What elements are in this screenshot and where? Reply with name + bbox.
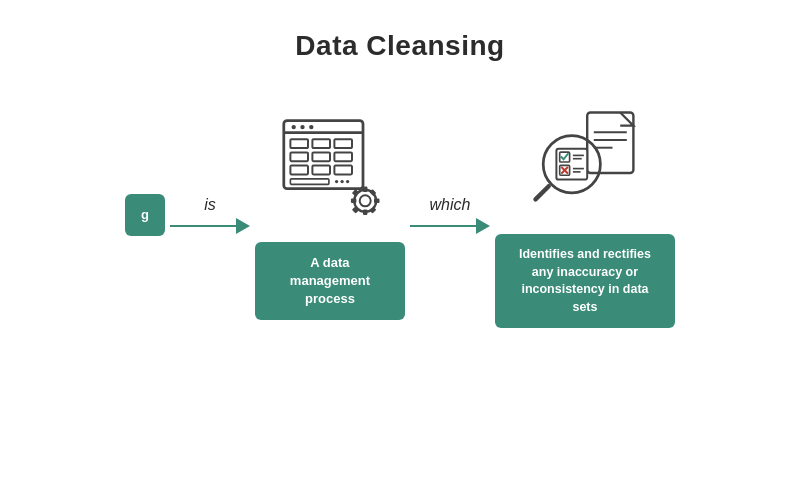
svg-rect-13 bbox=[334, 165, 352, 174]
svg-rect-11 bbox=[290, 165, 308, 174]
svg-rect-6 bbox=[312, 139, 330, 148]
arrow-is bbox=[170, 218, 250, 234]
svg-rect-12 bbox=[312, 165, 330, 174]
start-label: g bbox=[125, 194, 165, 236]
arrow-which-section: which bbox=[405, 196, 495, 234]
svg-rect-9 bbox=[312, 152, 330, 161]
node2-label: Identifies and rectifies any inaccuracy … bbox=[495, 234, 675, 328]
node1-label: A data managementprocess bbox=[255, 242, 405, 321]
data-management-icon bbox=[270, 110, 390, 230]
svg-rect-28 bbox=[587, 113, 633, 174]
arrow-which-label: which bbox=[430, 196, 471, 214]
svg-rect-20 bbox=[363, 186, 367, 192]
arrow-is-head bbox=[236, 218, 250, 234]
arrow-is-line bbox=[170, 225, 236, 228]
svg-point-15 bbox=[335, 180, 338, 183]
svg-line-42 bbox=[535, 186, 548, 199]
svg-rect-8 bbox=[290, 152, 308, 161]
node-identifies: Identifies and rectifies any inaccuracy … bbox=[495, 102, 675, 328]
svg-point-17 bbox=[346, 180, 349, 183]
svg-rect-21 bbox=[363, 209, 367, 215]
svg-point-2 bbox=[291, 125, 295, 129]
svg-rect-23 bbox=[374, 198, 380, 202]
page-title: Data Cleansing bbox=[295, 30, 504, 62]
svg-point-3 bbox=[300, 125, 304, 129]
arrow-which-head bbox=[476, 218, 490, 234]
start-node: g bbox=[125, 194, 165, 236]
svg-point-19 bbox=[360, 195, 371, 206]
svg-rect-25 bbox=[369, 206, 376, 213]
arrow-is-section: is bbox=[165, 196, 255, 234]
flow-diagram: g is bbox=[0, 102, 800, 328]
magnifier-icon bbox=[525, 102, 645, 222]
svg-rect-24 bbox=[352, 189, 359, 196]
svg-rect-7 bbox=[334, 139, 352, 148]
svg-rect-22 bbox=[351, 198, 357, 202]
svg-point-16 bbox=[340, 180, 343, 183]
arrow-is-label: is bbox=[204, 196, 216, 214]
svg-rect-10 bbox=[334, 152, 352, 161]
arrow-which-line bbox=[410, 225, 476, 228]
svg-rect-5 bbox=[290, 139, 308, 148]
svg-point-4 bbox=[309, 125, 313, 129]
svg-rect-14 bbox=[290, 179, 329, 185]
arrow-which bbox=[410, 218, 490, 234]
node-data-management: A data managementprocess bbox=[255, 110, 405, 321]
